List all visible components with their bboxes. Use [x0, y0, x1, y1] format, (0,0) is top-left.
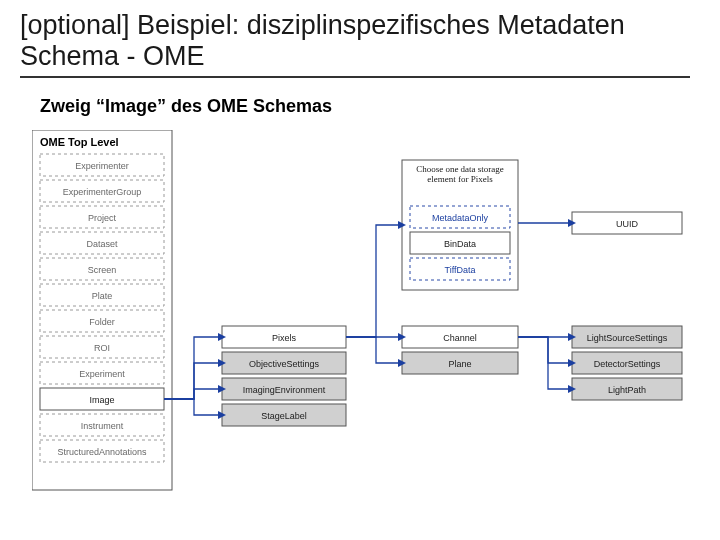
- svg-text:LightPath: LightPath: [608, 385, 646, 395]
- svg-text:Plate: Plate: [92, 291, 113, 301]
- svg-text:Experiment: Experiment: [79, 369, 125, 379]
- col1-header: OME Top Level: [40, 136, 119, 148]
- col2: Pixels ObjectiveSettings ImagingEnvironm…: [222, 326, 346, 426]
- svg-text:Experimenter: Experimenter: [75, 161, 129, 171]
- svg-text:Channel: Channel: [443, 333, 477, 343]
- svg-text:ExperimenterGroup: ExperimenterGroup: [63, 187, 142, 197]
- svg-text:Folder: Folder: [89, 317, 115, 327]
- svg-text:TiffData: TiffData: [444, 265, 475, 275]
- svg-text:Instrument: Instrument: [81, 421, 124, 431]
- section-subtitle: Zweig “Image” des OME Schemas: [40, 96, 332, 117]
- svg-text:ObjectiveSettings: ObjectiveSettings: [249, 359, 320, 369]
- svg-text:ROI: ROI: [94, 343, 110, 353]
- svg-text:UUID: UUID: [616, 219, 638, 229]
- slide-title: [optional] Beispiel: disziplinspezifisch…: [20, 10, 690, 78]
- svg-text:MetadataOnly: MetadataOnly: [432, 213, 489, 223]
- svg-text:Plane: Plane: [448, 359, 471, 369]
- svg-text:StageLabel: StageLabel: [261, 411, 307, 421]
- svg-text:LightSourceSettings: LightSourceSettings: [587, 333, 668, 343]
- svg-text:StructuredAnnotations: StructuredAnnotations: [57, 447, 147, 457]
- svg-text:DetectorSettings: DetectorSettings: [594, 359, 661, 369]
- svg-text:Pixels: Pixels: [272, 333, 297, 343]
- svg-text:BinData: BinData: [444, 239, 476, 249]
- svg-text:Project: Project: [88, 213, 117, 223]
- svg-text:Screen: Screen: [88, 265, 117, 275]
- svg-text:Image: Image: [89, 395, 114, 405]
- svg-text:Dataset: Dataset: [86, 239, 118, 249]
- svg-text:ImagingEnvironment: ImagingEnvironment: [243, 385, 326, 395]
- diagram: OME Top Level Experimenter ExperimenterG…: [32, 130, 692, 530]
